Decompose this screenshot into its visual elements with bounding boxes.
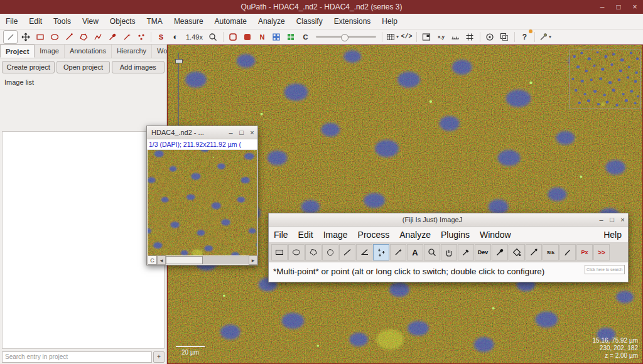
show-names-button[interactable]: N [256, 31, 269, 43]
rectangle-selection-button[interactable] [271, 244, 288, 260]
hand-tool-button[interactable] [441, 244, 457, 260]
zoom-to-fit-button[interactable] [207, 31, 220, 43]
opacity-slider-thumb[interactable] [341, 34, 349, 41]
cursor-tool-button[interactable] [3, 30, 18, 44]
selection-mode-button[interactable]: S [154, 31, 168, 43]
text-tool-button[interactable]: A [407, 244, 423, 260]
arrow-tool-button[interactable] [526, 244, 542, 260]
ij-menu-analyze[interactable]: Analyze [394, 230, 436, 240]
menu-measure[interactable]: Measure [168, 14, 209, 29]
opacity-slider[interactable] [316, 31, 376, 43]
dev-tool-button[interactable]: Dev [475, 244, 491, 260]
channel-scrollbar-thumb[interactable] [166, 256, 203, 264]
add-entry-button[interactable]: + [153, 351, 165, 363]
oval-selection-button[interactable] [288, 244, 305, 260]
close-button[interactable]: × [617, 213, 628, 226]
image-list[interactable] [2, 131, 165, 349]
magnification-display[interactable]: 1.49x [183, 31, 205, 43]
minimize-button[interactable]: – [596, 213, 607, 226]
ij-menu-edit[interactable]: Edit [293, 230, 318, 240]
stack-tool-button[interactable]: Stk [543, 244, 559, 260]
z-slider[interactable] [175, 53, 181, 127]
wand-tool-button[interactable] [390, 244, 406, 260]
paintbrush-tool-button[interactable] [492, 244, 508, 260]
channel-scrollbar[interactable] [166, 256, 249, 264]
menu-automate[interactable]: Automate [209, 14, 252, 29]
help-button[interactable]: ? [518, 31, 531, 43]
pixel-tool-button[interactable]: Px [576, 244, 593, 260]
menu-tma[interactable]: TMA [141, 14, 168, 29]
menu-tools[interactable]: Tools [48, 14, 77, 29]
zoom-tool-button[interactable] [424, 244, 440, 260]
ij-menu-plugins[interactable]: Plugins [436, 230, 475, 240]
tab-annotations[interactable]: Annotations [65, 45, 112, 58]
color-picker-button[interactable] [458, 244, 474, 260]
open-project-button[interactable]: Open project [57, 61, 109, 73]
menu-file[interactable]: File [0, 14, 23, 29]
menu-classify[interactable]: Classify [291, 14, 328, 29]
script-editor-button[interactable]: </> [400, 31, 413, 43]
ij-menu-process[interactable]: Process [353, 230, 395, 240]
more-tools-button[interactable]: >> [593, 244, 610, 260]
image-window-titlebar[interactable]: HDAC4_.nd2 - ... – □ × [147, 126, 257, 139]
scroll-left-icon[interactable]: ◀ [157, 255, 166, 265]
polygon-tool-button[interactable] [77, 31, 90, 43]
line-tool-button[interactable] [339, 244, 355, 260]
fill-detections-button[interactable] [284, 31, 298, 43]
menu-view[interactable]: View [77, 14, 104, 29]
image-canvas[interactable] [148, 150, 257, 255]
overview-thumbnail[interactable] [570, 50, 641, 109]
freehand-selection-button[interactable] [322, 244, 338, 260]
view-tracker-button[interactable] [484, 31, 497, 43]
show-overview-button[interactable] [420, 31, 433, 43]
points-tool-button[interactable] [134, 31, 148, 43]
pixel-classification-button[interactable]: C [299, 31, 312, 43]
rectangle-tool-button[interactable] [33, 31, 46, 43]
ellipse-tool-button[interactable] [48, 31, 61, 43]
show-annotations-button[interactable] [227, 31, 240, 43]
imagej-window[interactable]: (Fiji Is Just) ImageJ – □ × File Edit Im… [268, 213, 629, 282]
show-location-button[interactable]: x,y [435, 31, 448, 43]
create-project-button[interactable]: Create project [2, 61, 55, 73]
measurement-table-button[interactable]: ▾ [386, 31, 399, 43]
tab-project[interactable]: Project [0, 45, 35, 58]
angle-tool-button[interactable] [356, 244, 372, 260]
brush-tool-button[interactable] [105, 31, 119, 43]
scroll-right-icon[interactable]: ▶ [249, 255, 257, 265]
show-scalebar-button[interactable] [449, 31, 462, 43]
minimize-button[interactable]: – [225, 126, 236, 139]
ij-menu-help[interactable]: Help [598, 230, 628, 240]
show-grid-button[interactable] [463, 31, 477, 43]
maximize-button[interactable]: □ [236, 126, 247, 139]
close-button[interactable]: × [247, 126, 257, 139]
menu-extensions[interactable]: Extensions [328, 14, 377, 29]
flood-fill-tool-button[interactable] [509, 244, 525, 260]
tab-image[interactable]: Image [35, 45, 65, 58]
menu-edit[interactable]: Edit [23, 14, 48, 29]
polygon-selection-button[interactable] [305, 244, 322, 260]
fill-annotations-button[interactable] [241, 31, 254, 43]
maximize-button[interactable]: □ [610, 0, 627, 14]
polyline-tool-button[interactable] [91, 31, 104, 43]
imagej-titlebar[interactable]: (Fiji Is Just) ImageJ – □ × [269, 213, 628, 227]
show-detections-button[interactable] [270, 31, 283, 43]
maximize-button[interactable]: □ [607, 213, 617, 226]
project-search-input[interactable] [2, 351, 152, 363]
menu-objects[interactable]: Objects [104, 14, 141, 29]
ij-menu-file[interactable]: File [269, 230, 293, 240]
minimize-button[interactable]: – [594, 0, 610, 14]
menu-help[interactable]: Help [376, 14, 403, 29]
image-window[interactable]: HDAC4_.nd2 - ... – □ × 1/3 (DAPI); 211.9… [146, 126, 258, 265]
brightness-contrast-button[interactable]: ◐ [169, 31, 182, 43]
measurement-maps-button[interactable] [498, 31, 511, 43]
imagej-search-input[interactable] [585, 265, 625, 274]
tab-hierarchy[interactable]: Hierarchy [112, 45, 152, 58]
move-tool-button[interactable] [19, 31, 32, 43]
multipoint-tool-button[interactable] [373, 244, 389, 260]
add-images-button[interactable]: Add images [112, 61, 165, 73]
ij-menu-window[interactable]: Window [475, 230, 516, 240]
ij-menu-image[interactable]: Image [318, 230, 353, 240]
menu-analyze[interactable]: Analyze [252, 14, 291, 29]
z-slider-thumb[interactable] [175, 59, 183, 63]
wand-tool-button[interactable] [120, 31, 133, 43]
